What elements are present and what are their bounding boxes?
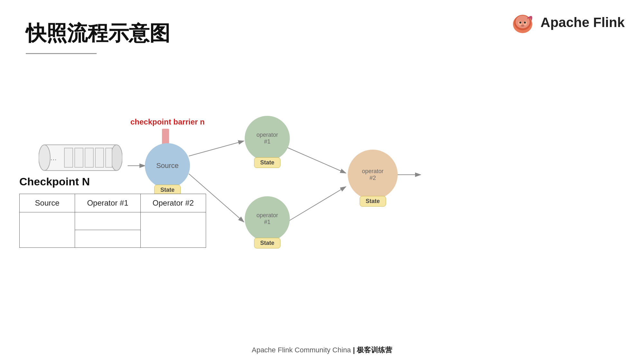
footer-bold: | 极客训练营 xyxy=(353,346,392,354)
svg-rect-18 xyxy=(64,148,73,167)
page-title: 快照流程示意图 xyxy=(26,19,170,47)
flink-logo-icon xyxy=(510,10,535,35)
op1-top-label1: operator xyxy=(256,132,278,138)
table-row xyxy=(20,212,206,230)
table-header-op2: Operator #2 xyxy=(140,194,206,212)
svg-point-6 xyxy=(524,22,526,23)
op2-label2: #2 xyxy=(369,175,376,181)
svg-point-16 xyxy=(39,145,50,171)
barrier-label-text: checkpoint barrier n xyxy=(130,117,205,126)
svg-point-5 xyxy=(519,22,521,23)
op1-top-state-label: State xyxy=(260,159,274,166)
queue-container: ... xyxy=(39,142,129,177)
op1-bot-state-label: State xyxy=(260,240,274,246)
op1-top-label2: #1 xyxy=(264,138,270,145)
op1-bot-label1: operator xyxy=(256,212,278,219)
svg-rect-21 xyxy=(95,148,104,167)
table-cell xyxy=(75,230,140,248)
source-label: Source xyxy=(156,162,179,170)
footer: Apache Flink Community China | 极客训练营 xyxy=(0,345,644,355)
svg-line-10 xyxy=(189,141,244,156)
header: Apache Flink xyxy=(510,10,625,35)
svg-text:...: ... xyxy=(50,153,57,162)
svg-line-12 xyxy=(287,147,346,173)
operator2-node: operator #2 State xyxy=(348,150,398,200)
svg-rect-20 xyxy=(85,148,93,167)
table-header-op1: Operator #1 xyxy=(75,194,140,212)
operator1-top-node: operator #1 State xyxy=(245,116,290,161)
table-cell xyxy=(20,212,75,248)
svg-rect-19 xyxy=(75,148,83,167)
checkpoint-table: Source Operator #1 Operator #2 xyxy=(19,194,206,248)
op2-state-label: State xyxy=(365,198,380,204)
barrier-label: checkpoint barrier n xyxy=(130,117,205,126)
footer-text: Apache Flink Community China xyxy=(252,346,351,354)
title-underline xyxy=(26,53,97,54)
op1-bot-state-box: State xyxy=(254,238,280,248)
op2-label1: operator xyxy=(362,168,384,175)
table-cell xyxy=(75,212,140,230)
svg-line-13 xyxy=(287,187,346,222)
svg-point-7 xyxy=(521,25,524,27)
queue-cylinder-icon: ... xyxy=(39,142,122,174)
svg-rect-22 xyxy=(106,148,112,167)
checkpoint-title: Checkpoint N xyxy=(19,175,206,188)
operator1-bottom-node: operator #1 State xyxy=(245,196,290,241)
checkpoint-section: Checkpoint N Source Operator #1 Operator… xyxy=(19,175,206,248)
op1-bot-label2: #1 xyxy=(264,219,270,226)
table-cell xyxy=(140,212,206,248)
app-title: Apache Flink xyxy=(541,15,625,30)
op1-top-state-box: State xyxy=(254,157,280,168)
table-header-source: Source xyxy=(20,194,75,212)
svg-point-17 xyxy=(111,145,122,171)
op2-state-box: State xyxy=(359,196,386,207)
